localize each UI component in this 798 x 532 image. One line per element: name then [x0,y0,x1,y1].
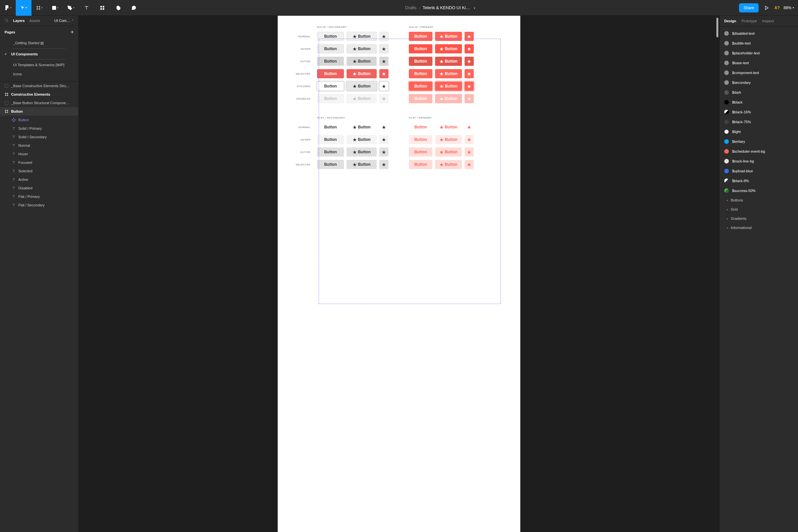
tab-design[interactable]: Design [724,19,736,23]
page-item-getting-started[interactable]: _Getting Started ▨ [0,38,78,48]
page-item-ui-components[interactable]: ✓ UI Components [0,50,78,59]
style-folder-row[interactable]: ▸Informational [720,223,798,232]
color-style-row[interactable]: $black-16% [720,107,798,117]
style-folder-row[interactable]: ▸Buttons [720,195,798,205]
color-style-row[interactable]: $dark [720,88,798,97]
color-style-row[interactable]: $secondary [720,78,798,88]
cursor-icon [20,5,25,10]
color-style-row[interactable]: $tertiary [720,137,798,147]
right-panel-tabs: Design Prototype Inspect [720,16,798,26]
chevron-down-icon: ▾ [25,6,27,9]
star-icon: ★ [440,34,443,39]
color-swatch [724,139,729,144]
chevron-down-icon: ▾ [73,6,74,9]
pen-tool-button[interactable]: ▾ [63,0,79,16]
figma-logo-icon [4,5,10,11]
layer-button-component[interactable]: Button [0,116,78,124]
style-folder-row[interactable]: ▸Gradients [720,214,798,223]
layer-disabled[interactable]: Disabled [0,184,78,192]
color-style-name: $disabled-text [732,32,755,35]
layer-selected[interactable]: Selected [0,167,78,175]
present-button[interactable] [763,4,770,12]
layer-flat-secondary[interactable]: Flat / Secondary [0,201,78,209]
comment-tool-button[interactable] [126,0,142,16]
layer-solid-secondary[interactable]: Solid / Secondary [0,133,78,141]
layer-hover[interactable]: Hover [0,150,78,158]
color-style-row[interactable]: $track-line-bg [720,156,798,166]
figma-menu-button[interactable]: ▾ [0,0,16,16]
text-icon [12,144,16,147]
text-tool-button[interactable] [79,0,94,16]
comment-icon [131,5,137,11]
page-item-icons[interactable]: Icons [0,70,78,79]
breadcrumb-file[interactable]: Telerik & KENDO UI Ki… [423,5,470,10]
color-style-row[interactable]: $subtle-text [720,38,798,48]
tab-prototype[interactable]: Prototype [742,19,757,23]
color-style-name: $base-text [732,61,749,65]
state-label-active: ACTIVE [291,151,317,154]
resources-tool-button[interactable] [94,0,110,16]
layer-flat-primary[interactable]: Flat / Primary [0,192,78,201]
frame-tool-button[interactable]: ▾ [32,0,47,16]
svg-rect-1 [101,6,102,7]
chevron-down-icon: ▾ [793,6,794,9]
toolbar-tools: ▾ ▾ ▾ ▾ ▾ [0,0,142,15]
share-button[interactable]: Share [739,3,759,13]
hand-tool-button[interactable] [110,0,126,16]
pages-header: Pages + [0,26,78,38]
layer-normal[interactable]: Normal [0,141,78,150]
hash-icon [5,92,8,96]
color-style-row[interactable]: $black [720,97,798,107]
color-style-name: $upload-blue [732,169,753,173]
color-swatch [724,129,729,134]
color-styles-list: $disabled-text$subtle-text$placeholder-t… [720,26,798,234]
layer-button-frame[interactable]: Button [0,107,78,116]
color-style-row[interactable]: $scheduler-event-bg [720,147,798,156]
color-swatch [724,61,729,65]
caret-right-icon: ▸ [727,199,728,202]
breadcrumb-location[interactable]: Drafts [405,5,417,10]
move-tool-button[interactable]: ▾ [16,0,32,16]
color-swatch [724,41,729,45]
state-label-focused: FOCUSED [291,85,317,88]
color-style-row[interactable]: $black-75% [720,117,798,127]
state-label-normal: NORMAL [291,35,317,38]
color-style-row[interactable]: $upload-blue [720,166,798,176]
pages-list: _Getting Started ▨ ✓ UI Components UI Te… [0,38,78,81]
svg-rect-7 [5,101,8,104]
selection-outline [319,39,501,304]
page-dropdown[interactable]: UI Com… ⌃ [54,19,74,23]
color-swatch [724,169,729,173]
tab-inspect[interactable]: Inspect [762,19,774,23]
color-style-row[interactable]: $base-text [720,58,798,68]
layer-active[interactable]: Active [0,175,78,184]
color-style-row[interactable]: $disabled-text [720,28,798,38]
layer-focused[interactable]: Focused [0,158,78,167]
zoom-value: 88% [784,5,792,10]
color-style-row[interactable]: $placeholder-text [720,48,798,58]
shape-tool-button[interactable]: ▾ [47,0,63,16]
chevron-down-icon[interactable]: ▾ [474,6,475,10]
layer-base-constructive[interactable]: _Base Constructive Elements Stru… [0,81,78,90]
tab-assets[interactable]: Assets [29,19,40,23]
layer-constructive-elements[interactable]: Constructive Elements [0,90,78,99]
layer-solid-primary[interactable]: Solid / Primary [0,124,78,133]
tab-layers[interactable]: Layers [13,19,24,23]
search-icon[interactable] [5,18,8,23]
style-folder-row[interactable]: ▸Grid [720,205,798,214]
add-page-button[interactable]: + [71,29,74,35]
canvas-area[interactable]: SOLID / SECONDARY SOLID / PRIMARY NORMAL… [79,16,719,532]
color-style-row[interactable]: $success-50% [720,186,798,195]
vertical-scrollbar[interactable] [717,18,718,37]
color-style-row[interactable]: $component-text [720,68,798,78]
label-solid-secondary: SOLID / SECONDARY [317,25,409,28]
color-style-row[interactable]: $light [720,127,798,137]
user-avatar[interactable]: A? [774,5,780,10]
color-style-row[interactable]: $black-8% [720,176,798,186]
page-item-ui-templates[interactable]: UI Templates & Scenarios [WIP] [0,60,78,70]
breadcrumb[interactable]: Drafts / Telerik & KENDO UI Ki… ▾ [142,5,739,10]
color-swatch [724,90,729,95]
canvas-frame[interactable]: SOLID / SECONDARY SOLID / PRIMARY NORMAL… [278,16,520,532]
layer-base-button[interactable]: _Base Button Structural Compone… [0,99,78,107]
zoom-dropdown[interactable]: 88% ▾ [784,5,794,10]
